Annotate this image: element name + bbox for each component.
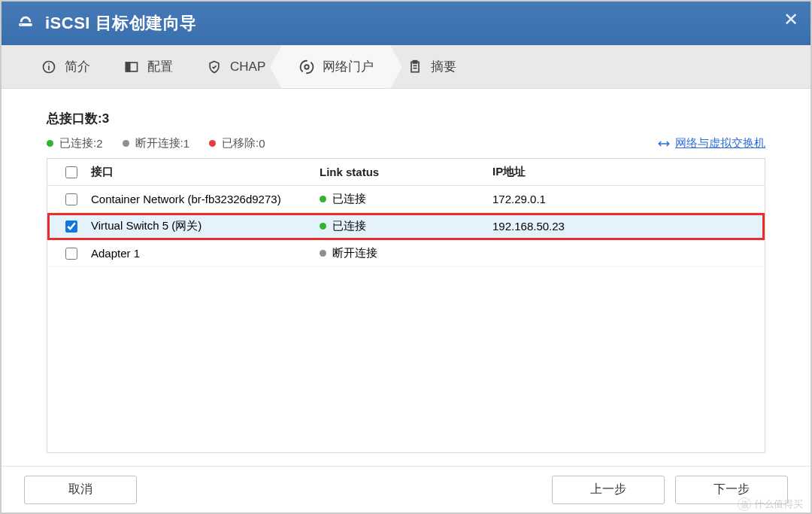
dot-gray-icon <box>123 140 129 147</box>
status-disconnected: 断开连接: 1 <box>123 136 190 151</box>
network-portal-icon <box>298 59 315 75</box>
step-bar: 简介 配置 CHAP 网络门户 摘要 <box>2 45 810 89</box>
step-label: 摘要 <box>431 58 456 75</box>
step-label: 配置 <box>147 58 173 75</box>
prev-button[interactable]: 上一步 <box>552 476 665 504</box>
table-row[interactable]: Virtual Switch 5 (网关)已连接192.168.50.23 <box>47 213 765 240</box>
total-interfaces-label: 总接口数:3 <box>47 110 765 127</box>
removed-count: 0 <box>259 137 265 150</box>
interfaces-table: 接口 Link status IP地址 Container Network (b… <box>47 158 765 453</box>
cell-ip: 192.168.50.23 <box>492 220 756 233</box>
header-interface[interactable]: 接口 <box>86 165 320 179</box>
status-dot-icon <box>320 223 326 230</box>
dot-green-icon <box>47 140 53 147</box>
iscsi-target-icon <box>15 14 36 32</box>
close-icon[interactable]: ✕ <box>783 9 798 30</box>
row-checkbox[interactable] <box>65 221 77 233</box>
step-label: CHAP <box>230 59 265 75</box>
cell-link-status: 断开连接 <box>320 246 492 260</box>
svg-point-2 <box>48 63 50 65</box>
step-label: 简介 <box>65 58 90 75</box>
step-label: 网络门户 <box>323 58 374 75</box>
dot-red-icon <box>209 140 216 147</box>
table-row[interactable]: Container Network (br-fb32326d9273)已连接17… <box>47 186 765 213</box>
svg-point-6 <box>304 65 309 69</box>
header-ip[interactable]: IP地址 <box>492 165 756 179</box>
step-intro[interactable]: 简介 <box>24 45 107 88</box>
step-config[interactable]: 配置 <box>107 45 189 88</box>
wizard-window: iSCSI 目标创建向导 ✕ 简介 配置 CHAP 网络门户 <box>0 0 812 514</box>
titlebar: iSCSI 目标创建向导 ✕ <box>2 2 810 45</box>
status-removed: 已移除: 0 <box>209 136 265 151</box>
cell-link-status: 已连接 <box>320 219 492 233</box>
cell-link-status: 已连接 <box>320 192 492 206</box>
svg-rect-5 <box>126 62 130 71</box>
shield-icon <box>206 59 223 75</box>
table-header: 接口 Link status IP地址 <box>47 159 765 186</box>
layout-icon <box>123 59 140 75</box>
cancel-button[interactable]: 取消 <box>24 476 137 504</box>
info-icon <box>41 59 57 75</box>
cell-interface: Container Network (br-fb32326d9273) <box>86 193 320 205</box>
status-dot-icon <box>320 196 326 202</box>
total-count: 3 <box>102 111 109 126</box>
cell-interface: Adapter 1 <box>86 247 320 260</box>
header-link-status[interactable]: Link status <box>320 166 492 178</box>
cell-interface: Virtual Switch 5 (网关) <box>86 219 320 233</box>
switch-icon <box>657 137 671 151</box>
connected-count: 2 <box>96 137 102 150</box>
status-summary: 已连接: 2 断开连接: 1 已移除: 0 网络与虚拟交换机 <box>47 136 765 151</box>
disconnected-count: 1 <box>183 137 189 150</box>
step-chap[interactable]: CHAP <box>189 45 282 88</box>
svg-rect-8 <box>414 60 417 62</box>
network-switch-link[interactable]: 网络与虚拟交换机 <box>657 136 765 151</box>
footer: 取消 上一步 下一步 <box>2 466 810 512</box>
row-checkbox[interactable] <box>65 248 77 260</box>
window-title: iSCSI 目标创建向导 <box>45 12 197 35</box>
total-prefix: 总接口数: <box>47 111 102 126</box>
table-body: Container Network (br-fb32326d9273)已连接17… <box>47 186 765 267</box>
disconnected-label: 断开连接: <box>135 136 183 151</box>
switch-link-text: 网络与虚拟交换机 <box>675 136 765 151</box>
row-checkbox[interactable] <box>65 193 77 205</box>
clipboard-icon <box>407 59 423 75</box>
removed-label: 已移除: <box>222 136 259 151</box>
connected-label: 已连接: <box>59 136 96 151</box>
status-connected: 已连接: 2 <box>47 136 103 151</box>
cell-ip: 172.29.0.1 <box>492 193 756 205</box>
table-row[interactable]: Adapter 1断开连接 <box>47 240 765 267</box>
step-summary[interactable]: 摘要 <box>390 45 473 88</box>
select-all-checkbox[interactable] <box>65 166 77 178</box>
content-area: 总接口数:3 已连接: 2 断开连接: 1 已移除: 0 <box>2 89 810 466</box>
step-portal[interactable]: 网络门户 <box>282 45 390 88</box>
next-button[interactable]: 下一步 <box>675 476 788 504</box>
status-dot-icon <box>320 250 326 257</box>
